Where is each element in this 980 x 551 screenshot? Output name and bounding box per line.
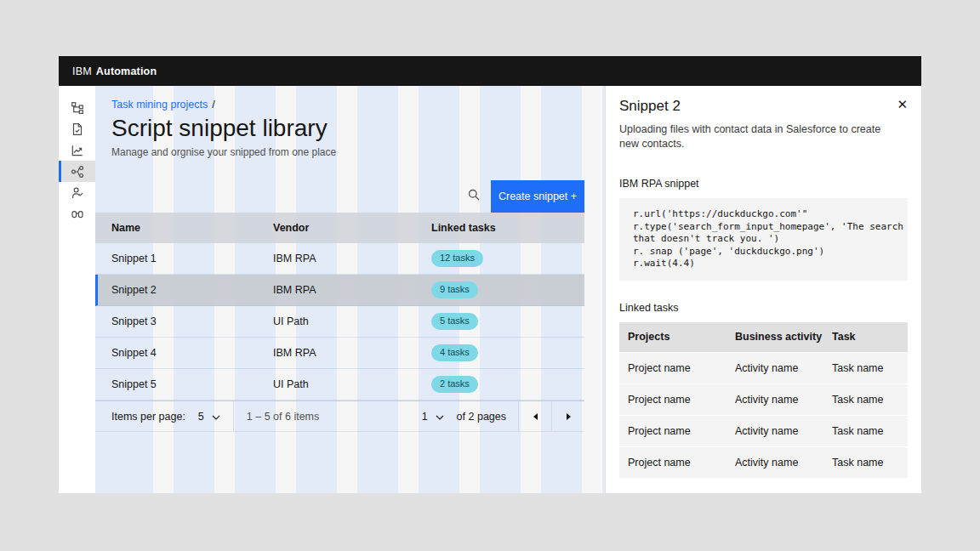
- items-range-text: 1 – 5 of 6 items: [234, 411, 319, 423]
- cell-name: Snippet 4: [111, 347, 273, 359]
- cell-vendor: UI Path: [273, 315, 431, 327]
- table-toolbar: Create snippet +: [95, 180, 584, 213]
- main-content: Task mining projects / Script snippet li…: [95, 86, 605, 493]
- linked-tasks-label: Linked tasks: [619, 301, 908, 315]
- cell-project: Project name: [628, 457, 735, 469]
- page-number-value: 1: [422, 411, 428, 423]
- breadcrumb-link[interactable]: Task mining projects: [111, 99, 208, 111]
- page-subtitle: Manage and orgnise your snipped from one…: [111, 145, 605, 159]
- cell-name: Snippet 3: [111, 315, 273, 327]
- table-row[interactable]: Snippet 4 IBM RPA 4 tasks: [95, 338, 584, 369]
- table-row[interactable]: Snippet 1 IBM RPA 12 tasks: [95, 243, 584, 275]
- binoculars-icon: [71, 207, 84, 221]
- caret-left-icon: [533, 413, 538, 420]
- cell-activity: Activity name: [735, 457, 832, 469]
- linked-task-row[interactable]: Project name Activity name Task name: [619, 416, 908, 447]
- sidebar-item-documents[interactable]: [59, 118, 95, 139]
- close-icon[interactable]: ✕: [893, 94, 911, 114]
- page-number-select[interactable]: 1: [409, 401, 457, 431]
- next-page-button[interactable]: [552, 401, 584, 431]
- flow-branch-icon: [71, 165, 84, 179]
- user-check-icon: [71, 186, 84, 200]
- table-header-row: Name Vendor Linked tasks: [95, 213, 584, 243]
- sidebar-item-discover[interactable]: [59, 203, 95, 224]
- linked-tasks-table: Projects Business activity Task Project …: [619, 322, 908, 479]
- breadcrumb-separator: /: [212, 99, 214, 111]
- chevron-down-icon: [212, 411, 220, 423]
- chevron-down-icon: [436, 411, 444, 423]
- linked-task-row[interactable]: Project name Activity name Task name: [619, 353, 908, 384]
- column-header-business-activity: Business activity: [735, 331, 832, 343]
- breadcrumb: Task mining projects /: [111, 97, 605, 111]
- pagination-bar: Items per page: 5 1 – 5 of 6 items 1: [95, 400, 584, 432]
- tasks-count-tag[interactable]: 9 tasks: [431, 281, 478, 298]
- search-icon: [467, 188, 481, 205]
- panel-title: Snippet 2: [619, 98, 908, 115]
- rpa-code-snippet: r.url('https://duckduckgo.com'" r.type('…: [619, 198, 908, 281]
- previous-page-button[interactable]: [519, 401, 551, 431]
- snippet-table: Create snippet + Name Vendor Linked task…: [95, 180, 584, 432]
- linked-task-row[interactable]: Project name Activity name Task name: [619, 384, 908, 416]
- app-window: IBM Automation: [59, 56, 921, 493]
- search-button[interactable]: [457, 180, 491, 213]
- linked-tasks-header-row: Projects Business activity Task: [619, 322, 908, 353]
- column-header-vendor[interactable]: Vendor: [273, 222, 431, 234]
- sidebar-item-snippets-active[interactable]: [59, 161, 95, 182]
- sidebar-item-users[interactable]: [59, 182, 95, 203]
- cell-name: Snippet 2: [111, 284, 273, 296]
- items-per-page-select[interactable]: 5: [185, 401, 233, 431]
- cell-name: Snippet 5: [111, 378, 273, 390]
- cell-activity: Activity name: [735, 425, 832, 437]
- cell-project: Project name: [628, 362, 735, 374]
- cell-activity: Activity name: [735, 362, 832, 374]
- snippet-section-label: IBM RPA snippet: [619, 177, 908, 190]
- chart-line-icon: [71, 144, 84, 157]
- items-per-page-value: 5: [198, 411, 204, 423]
- pages-count-text: of 2 pages: [457, 411, 518, 423]
- cell-vendor: IBM RPA: [273, 253, 431, 264]
- create-snippet-button[interactable]: Create snippet +: [491, 180, 584, 213]
- cell-task: Task name: [832, 457, 908, 469]
- table-row[interactable]: Snippet 3 UI Path 5 tasks: [95, 306, 584, 338]
- column-header-linked-tasks[interactable]: Linked tasks: [431, 222, 584, 234]
- tasks-count-tag[interactable]: 2 tasks: [431, 376, 478, 393]
- column-header-projects: Projects: [628, 331, 735, 343]
- sidebar-item-data-tree[interactable]: [59, 97, 95, 118]
- cell-task: Task name: [832, 362, 908, 374]
- data-tree-icon: [71, 101, 84, 115]
- tasks-count-tag[interactable]: 5 tasks: [431, 313, 478, 330]
- cell-task: Task name: [832, 425, 908, 437]
- page-header: Task mining projects / Script snippet li…: [95, 86, 605, 159]
- table-row[interactable]: Snippet 5 UI Path 2 tasks: [95, 369, 584, 400]
- cell-vendor: IBM RPA: [273, 347, 431, 359]
- top-header-bar: IBM Automation: [59, 56, 921, 86]
- cell-project: Project name: [628, 394, 735, 406]
- document-check-icon: [71, 122, 84, 136]
- cell-vendor: UI Path: [273, 378, 431, 390]
- page-title: Script snippet library: [111, 114, 605, 142]
- tasks-count-tag[interactable]: 4 tasks: [431, 344, 478, 361]
- brand-name: Automation: [96, 65, 157, 77]
- column-header-name[interactable]: Name: [111, 222, 273, 234]
- column-header-task: Task: [832, 331, 908, 343]
- items-per-page-label: Items per page:: [95, 411, 185, 423]
- table-row-selected[interactable]: Snippet 2 IBM RPA 9 tasks: [95, 275, 584, 306]
- sidebar-item-analytics[interactable]: [59, 139, 95, 161]
- left-nav-sidebar: [59, 86, 95, 493]
- linked-task-row[interactable]: Project name Activity name Task name: [619, 447, 908, 479]
- panel-description: Uploading files with contact data in Sal…: [619, 122, 900, 151]
- caret-right-icon: [567, 413, 571, 420]
- cell-activity: Activity name: [735, 394, 832, 406]
- tasks-count-tag[interactable]: 12 tasks: [431, 250, 483, 267]
- cell-name: Snippet 1: [111, 253, 273, 264]
- cell-task: Task name: [832, 394, 908, 406]
- cell-vendor: IBM RPA: [273, 284, 431, 296]
- snippet-detail-panel: ✕ Snippet 2 Uploading files with contact…: [605, 86, 921, 493]
- brand-prefix: IBM: [72, 65, 92, 77]
- cell-project: Project name: [628, 425, 735, 437]
